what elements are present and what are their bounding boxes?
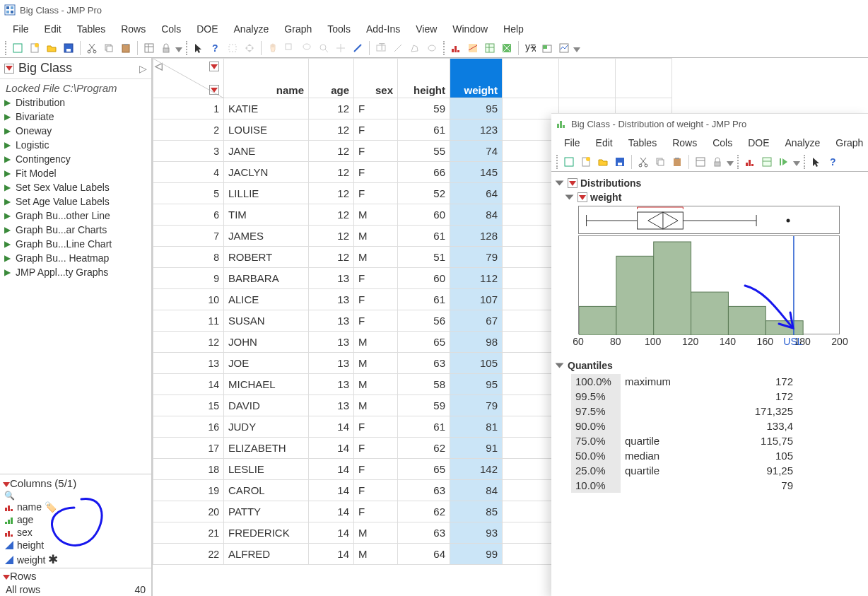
table-script-item[interactable]: ▶Set Age Value Labels [3, 194, 148, 209]
distributions-section-header[interactable]: Distributions [557, 177, 862, 189]
col-header-height[interactable]: height [398, 59, 450, 98]
table-script-item[interactable]: ▶Graph Bu...Line Chart [3, 237, 148, 251]
row-number[interactable]: 8 [153, 247, 224, 268]
cut-icon[interactable] [635, 154, 651, 170]
copy-icon[interactable] [652, 154, 668, 170]
disclose-icon[interactable] [565, 195, 574, 200]
polygon-tool-icon[interactable] [407, 40, 423, 56]
lock-dropdown[interactable] [175, 47, 182, 52]
row-number[interactable]: 5 [153, 183, 224, 204]
toolbar-grip-3[interactable] [443, 41, 445, 55]
col-header-age[interactable]: age [309, 59, 354, 98]
table-script-item[interactable]: ▶Oneway [3, 124, 148, 138]
menu-edit[interactable]: Edit [37, 22, 69, 36]
column-item-age[interactable]: age [0, 513, 151, 526]
col-header-sex[interactable]: sex [354, 59, 398, 98]
menu-graph[interactable]: Graph [277, 22, 319, 36]
menu-cols[interactable]: Cols [154, 22, 188, 36]
table-script-item[interactable]: ▶Graph Bu...other Line [3, 209, 148, 223]
table-script-item[interactable]: ▶JMP Appl...ty Graphs [3, 265, 148, 279]
arrow-cursor-icon[interactable] [809, 154, 824, 170]
table-script-item[interactable]: ▶Bivariate [3, 110, 148, 124]
menu-rows[interactable]: Rows [114, 22, 153, 36]
control-chart-icon[interactable] [556, 40, 572, 56]
new-table-icon[interactable] [561, 154, 577, 170]
panel-disclose-icon[interactable]: ▷ [139, 63, 147, 74]
row-number[interactable]: 21 [153, 522, 224, 544]
menu-analyze[interactable]: Analyze [778, 136, 828, 150]
row-number[interactable]: 14 [153, 374, 224, 395]
menu-graph[interactable]: Graph [828, 136, 868, 150]
row-number[interactable]: 3 [153, 141, 224, 162]
row-number[interactable]: 10 [153, 289, 224, 310]
table-script-item[interactable]: ▶Distribution [3, 95, 148, 110]
cut-icon[interactable] [84, 40, 100, 56]
menu-file[interactable]: File [6, 22, 36, 36]
row-number[interactable]: 11 [153, 310, 224, 332]
paste-icon[interactable] [118, 40, 134, 56]
disclose-icon[interactable] [556, 363, 564, 368]
lock-icon[interactable] [710, 154, 725, 170]
menu-rows[interactable]: Rows [665, 136, 704, 150]
row-number[interactable]: 16 [153, 416, 224, 438]
column-item-sex[interactable]: sex [0, 526, 151, 539]
rerun-icon[interactable] [776, 154, 792, 170]
row-number[interactable]: 9 [153, 268, 224, 289]
menu-file[interactable]: File [557, 136, 587, 150]
quantiles-header[interactable]: Quantiles [557, 360, 862, 371]
box-plot[interactable] [578, 206, 840, 234]
line-tool-icon[interactable] [390, 40, 406, 56]
brush-icon[interactable] [282, 40, 298, 56]
arrow-cursor-icon[interactable] [191, 40, 206, 56]
columns-red-triangle[interactable] [3, 478, 10, 489]
col-header-name[interactable]: name [224, 59, 309, 98]
row-number[interactable]: 7 [153, 226, 224, 247]
open-icon[interactable] [44, 40, 59, 56]
disclose-icon[interactable] [556, 181, 564, 186]
menu-tools[interactable]: Tools [320, 22, 358, 36]
row-number[interactable]: 12 [153, 332, 224, 353]
column-item-weight[interactable]: weight ✱ [0, 551, 151, 568]
lock-icon[interactable] [158, 40, 174, 56]
table-script-item[interactable]: ▶Set Sex Value Labels [3, 180, 148, 194]
weight-section-header[interactable]: weight [567, 192, 862, 203]
new-doc-icon[interactable] [578, 154, 594, 170]
new-table-icon[interactable] [10, 40, 25, 56]
more-tools-dropdown[interactable] [573, 47, 580, 52]
lasso-icon[interactable] [299, 40, 315, 56]
open-icon[interactable] [595, 154, 611, 170]
row-number[interactable]: 1 [153, 98, 224, 119]
menu-window[interactable]: Window [445, 22, 495, 36]
fit-model-icon[interactable]: y=x [522, 40, 538, 56]
distribution-window[interactable]: Big Class - Distribution of weight - JMP… [551, 113, 868, 596]
menu-tables[interactable]: Tables [70, 22, 112, 36]
save-icon[interactable] [612, 154, 628, 170]
menu-tables[interactable]: Tables [621, 136, 664, 150]
scroller-icon[interactable] [242, 40, 257, 56]
row-number[interactable]: 17 [153, 438, 224, 459]
table-script-item[interactable]: ▶Contingency [3, 152, 148, 166]
dist-icon[interactable] [448, 40, 464, 56]
save-icon[interactable] [61, 40, 76, 56]
table-script-item[interactable]: ▶Graph Bu...ar Charts [3, 223, 148, 237]
annotate-icon[interactable] [350, 40, 365, 56]
selection-icon[interactable] [225, 40, 240, 56]
col-header-weight[interactable]: weight [450, 59, 503, 98]
toolbar-grip-2[interactable] [186, 41, 187, 55]
menu-analyze[interactable]: Analyze [227, 22, 276, 36]
shape-tool-icon[interactable] [424, 40, 440, 56]
table-script-item[interactable]: ▶Fit Model [3, 166, 148, 180]
row-number[interactable]: 19 [153, 480, 224, 501]
menu-help[interactable]: Help [496, 22, 531, 36]
table-red-triangle[interactable] [4, 64, 14, 74]
menu-edit[interactable]: Edit [589, 136, 620, 150]
row-number[interactable]: 6 [153, 204, 224, 226]
rows-red-triangle[interactable] [3, 571, 10, 582]
table-script-item[interactable]: ▶Logistic [3, 138, 148, 152]
menu-add-ins[interactable]: Add-Ins [359, 22, 407, 36]
row-number[interactable]: 20 [153, 501, 224, 522]
columns-search-icon[interactable]: 🔍 [0, 491, 151, 501]
crosshair-icon[interactable] [333, 40, 348, 56]
corner-cell[interactable]: ◁ [153, 59, 224, 98]
hand-icon[interactable] [265, 40, 281, 56]
